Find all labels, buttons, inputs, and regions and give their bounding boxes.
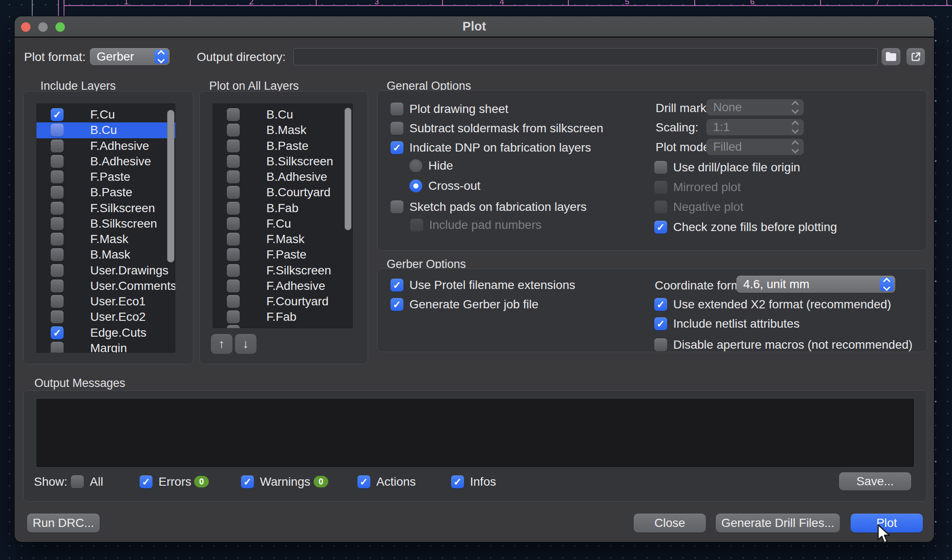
checkbox[interactable]	[391, 103, 403, 116]
layer-checkbox[interactable]	[51, 124, 64, 137]
layer-checkbox[interactable]	[227, 202, 240, 215]
run-drc-button[interactable]: Run DRC...	[27, 514, 100, 533]
layer-checkbox[interactable]	[51, 202, 64, 215]
checkbox[interactable]	[451, 475, 464, 488]
layer-row[interactable]: B.Adhesive	[213, 169, 353, 185]
filter-errors-option[interactable]: Errors	[140, 475, 191, 489]
layer-checkbox[interactable]	[51, 170, 64, 183]
layer-checkbox[interactable]	[227, 124, 240, 137]
layer-row[interactable]: Edge.Cuts	[37, 325, 175, 341]
layer-checkbox[interactable]	[51, 264, 64, 277]
output-directory-input[interactable]	[293, 48, 878, 65]
save-messages-button[interactable]: Save...	[839, 472, 911, 490]
layer-row[interactable]: B.Fab	[213, 201, 353, 216]
layer-checkbox[interactable]	[227, 170, 240, 183]
close-button[interactable]: Close	[634, 514, 706, 533]
layer-row[interactable]: B.Silkscreen	[213, 154, 353, 169]
browse-folder-button[interactable]	[882, 48, 900, 65]
filter-warnings-option[interactable]: Warnings	[241, 475, 310, 489]
layer-row[interactable]: F.Paste	[37, 169, 175, 185]
use-protel-option[interactable]: Use Protel filename extensions	[391, 278, 575, 292]
disable-aperture-macros-option[interactable]: Disable aperture macros (not recommended…	[654, 338, 912, 352]
move-layer-up-button[interactable]: ↑	[211, 334, 232, 354]
generate-drill-files-button[interactable]: Generate Drill Files...	[716, 514, 840, 533]
checkbox[interactable]	[241, 475, 254, 488]
layer-checkbox[interactable]	[227, 280, 240, 292]
layer-checkbox[interactable]	[51, 140, 64, 152]
layer-checkbox[interactable]	[51, 233, 64, 246]
sketch-pads-option[interactable]: Sketch pads on fabrication layers	[391, 200, 586, 214]
checkbox[interactable]	[654, 221, 667, 234]
layer-checkbox[interactable]	[227, 310, 240, 323]
layer-row[interactable]: User.Eco1	[37, 294, 175, 309]
layer-row[interactable]: F.Fab	[213, 309, 353, 325]
output-messages-console[interactable]	[37, 399, 914, 467]
checkbox[interactable]	[391, 298, 403, 311]
layer-checkbox[interactable]	[227, 140, 240, 152]
check-zone-fills-option[interactable]: Check zone fills before plotting	[654, 220, 837, 234]
indicate-dnp-option[interactable]: Indicate DNP on fabrication layers	[391, 141, 591, 155]
layer-row[interactable]: F.Cu	[213, 216, 353, 231]
open-external-button[interactable]	[906, 48, 925, 65]
layer-row[interactable]: F.Silkscreen	[213, 263, 353, 278]
layer-checkbox[interactable]	[51, 248, 64, 261]
checkbox[interactable]	[391, 141, 403, 154]
layer-row[interactable]: F.Silkscreen	[37, 201, 175, 216]
layer-row[interactable]: B.Paste	[213, 138, 353, 154]
plot-drawing-sheet-option[interactable]: Plot drawing sheet	[391, 102, 508, 116]
use-drill-place-origin-option[interactable]: Use drill/place file origin	[654, 161, 800, 174]
plot-format-dropdown[interactable]: Gerber	[90, 48, 170, 65]
checkbox[interactable]	[391, 279, 403, 292]
layer-row[interactable]: F.Paste	[213, 247, 353, 262]
layer-checkbox[interactable]	[51, 310, 64, 323]
filter-actions-option[interactable]: Actions	[357, 475, 416, 489]
layer-row[interactable]: B.Courtyard	[213, 185, 353, 200]
layer-row[interactable]: F.Adhesive	[213, 278, 353, 294]
layer-row[interactable]: User.Drawings	[37, 263, 175, 278]
layer-row[interactable]: User.Comments	[37, 278, 175, 294]
layer-checkbox[interactable]	[51, 186, 64, 199]
layer-row[interactable]: User.Eco2	[37, 309, 175, 325]
checkbox[interactable]	[140, 475, 153, 488]
layer-row[interactable]: F.Adhesive	[37, 138, 175, 154]
layer-row[interactable]: B.Paste	[37, 185, 175, 200]
move-layer-down-button[interactable]: ↓	[235, 334, 256, 354]
checkbox[interactable]	[654, 338, 667, 351]
checkbox[interactable]	[357, 475, 370, 488]
layer-checkbox[interactable]	[227, 186, 240, 199]
checkbox[interactable]	[654, 317, 667, 330]
netlist-attributes-option[interactable]: Include netlist attributes	[654, 317, 799, 331]
layer-checkbox[interactable]	[227, 248, 240, 261]
radio-button[interactable]	[409, 159, 422, 172]
layer-checkbox[interactable]	[51, 108, 64, 121]
layer-row[interactable]: F.Mask	[213, 231, 353, 247]
radio-button[interactable]	[409, 180, 422, 192]
layer-row[interactable]: B.Adhesive	[37, 154, 175, 169]
layer-row[interactable]: F.Mask	[37, 231, 175, 247]
filter-all-option[interactable]: All	[71, 475, 103, 489]
checkbox[interactable]	[654, 161, 667, 174]
layer-row[interactable]: B.Mask	[213, 122, 353, 138]
layer-checkbox[interactable]	[51, 326, 64, 339]
subtract-soldermask-option[interactable]: Subtract soldermask from silkscreen	[391, 122, 603, 135]
layer-checkbox[interactable]	[51, 217, 64, 230]
dnp-cross-out-radio[interactable]: Cross-out	[409, 179, 480, 193]
plot-all-layers-scrollbar[interactable]	[345, 108, 351, 230]
layer-checkbox[interactable]	[227, 108, 240, 121]
dnp-hide-radio[interactable]: Hide	[409, 159, 453, 173]
checkbox[interactable]	[391, 122, 403, 135]
layer-checkbox[interactable]	[227, 233, 240, 246]
checkbox[interactable]	[391, 201, 403, 213]
layer-row[interactable]: B.Mask	[37, 247, 175, 262]
title-bar[interactable]: Plot	[15, 16, 934, 38]
plot-all-layers-list[interactable]: B.Cu B.Mask B.Paste B.Silkscreen B.Adhes…	[213, 103, 353, 328]
extended-x2-option[interactable]: Use extended X2 format (recommended)	[654, 298, 891, 311]
layer-checkbox[interactable]	[51, 280, 64, 292]
layer-checkbox[interactable]	[51, 342, 64, 353]
generate-job-file-option[interactable]: Generate Gerber job file	[391, 298, 538, 311]
layer-checkbox[interactable]	[51, 155, 64, 168]
layer-checkbox[interactable]	[227, 217, 240, 230]
checkbox[interactable]	[654, 298, 667, 311]
coordinate-format-dropdown[interactable]: 4.6, unit mm	[736, 276, 895, 293]
layer-checkbox[interactable]	[227, 264, 240, 277]
